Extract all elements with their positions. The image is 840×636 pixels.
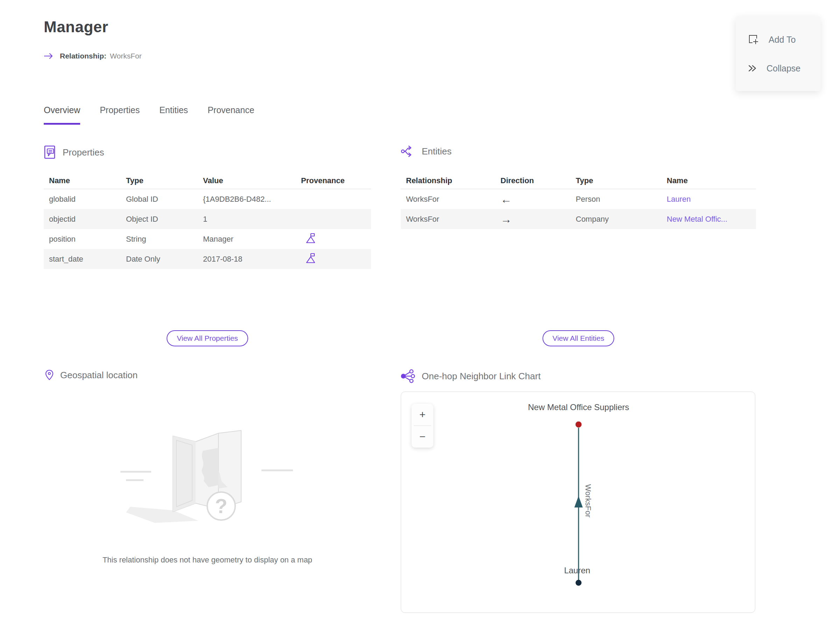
tab-properties[interactable]: Properties (100, 105, 140, 125)
link-chart-canvas[interactable]: WorksFor New Metal Office Suppliers Laur… (401, 392, 755, 613)
view-all-properties-button[interactable]: View All Properties (167, 330, 248, 346)
entity-type: Company (576, 215, 667, 224)
node-label-top: New Metal Office Suppliers (528, 402, 629, 412)
properties-table: Name Type Value Provenance globalid Glob… (44, 172, 371, 269)
prop-name: start_date (44, 255, 126, 264)
col-name: Name (667, 176, 756, 185)
question-mark-glyph: ? (215, 495, 227, 517)
add-to-label: Add To (769, 35, 796, 45)
prop-type: Date Only (126, 255, 203, 264)
page-title: Manager (44, 18, 108, 36)
link-chart-graph: WorksFor New Metal Office Suppliers Laur… (401, 392, 755, 612)
table-row: globalid Global ID {1A9DB2B6-D482... (44, 189, 371, 209)
double-chevron-right-icon (748, 63, 757, 73)
tab-overview[interactable]: Overview (44, 105, 80, 125)
properties-table-header: Name Type Value Provenance (44, 172, 371, 189)
collapse-label: Collapse (766, 63, 801, 74)
table-row: start_date Date Only 2017-08-18 (44, 249, 371, 269)
add-to-icon (748, 33, 759, 46)
tab-bar: Overview Properties Entities Provenance (44, 105, 254, 125)
link-chart-section-title: One-hop Neighbor Link Chart (422, 371, 541, 382)
col-provenance: Provenance (301, 176, 371, 185)
entity-type: Person (576, 195, 667, 204)
map-placeholder-illustration: ? (116, 419, 298, 528)
properties-section-header: Properties (44, 145, 104, 160)
entities-table: Relationship Direction Type Name WorksFo… (401, 172, 756, 229)
prop-value: 1 (203, 215, 301, 224)
share-network-icon (400, 369, 415, 383)
entity-relationship: WorksFor (401, 215, 501, 224)
col-value: Value (203, 176, 301, 185)
node-person[interactable] (576, 580, 582, 586)
direction-arrow-icon: ← (501, 194, 576, 205)
col-type: Type (576, 176, 667, 185)
geospatial-empty-message: This relationship does not have geometry… (44, 555, 371, 565)
entity-name-link[interactable]: Lauren (667, 195, 756, 204)
actions-panel: Add To Collapse (736, 16, 820, 91)
zoom-in-button[interactable]: + (412, 404, 433, 426)
prop-value: {1A9DB2B6-D482... (203, 195, 301, 204)
collapse-button[interactable]: Collapse (748, 63, 820, 74)
node-label-bottom: Lauren (564, 566, 591, 575)
edge-arrowhead (574, 496, 583, 508)
col-type: Type (126, 176, 203, 185)
direction-arrow-icon: → (501, 214, 576, 225)
zoom-out-button[interactable]: − (412, 426, 433, 448)
subtitle-value: WorksFor (110, 52, 142, 60)
edge-label: WorksFor (584, 484, 592, 517)
provenance-flag-icon[interactable] (301, 233, 371, 246)
geospatial-section-title: Geospatial location (60, 370, 137, 381)
subtitle-label: Relationship: (60, 52, 106, 60)
relationship-arrow-icon (44, 52, 54, 60)
relationship-detail-page: Manager Relationship: WorksFor Add To Co… (0, 0, 840, 636)
properties-section-title: Properties (63, 147, 104, 158)
entity-name-link[interactable]: New Metal Offic... (667, 215, 756, 224)
prop-name: position (44, 235, 126, 244)
prop-value: 2017-08-18 (203, 255, 301, 264)
entity-relationship: WorksFor (401, 195, 501, 204)
col-name: Name (44, 176, 126, 185)
entities-table-header: Relationship Direction Type Name (401, 172, 756, 189)
table-row: position String Manager (44, 229, 371, 249)
table-row: objectid Object ID 1 (44, 209, 371, 229)
geospatial-section-header: Geospatial location (45, 369, 137, 381)
entities-icon (401, 145, 415, 158)
prop-type: Object ID (126, 215, 203, 224)
prop-name: objectid (44, 215, 126, 224)
node-company[interactable] (575, 421, 582, 428)
provenance-flag-icon[interactable] (301, 253, 371, 266)
table-row: WorksFor ← Person Lauren (401, 189, 756, 209)
tab-entities[interactable]: Entities (159, 105, 188, 125)
breadcrumb: Relationship: WorksFor (44, 52, 142, 60)
table-row: WorksFor → Company New Metal Offic... (401, 209, 756, 229)
map-pin-icon (45, 369, 54, 381)
prop-type: Global ID (126, 195, 203, 204)
prop-type: String (126, 235, 203, 244)
view-all-entities-button[interactable]: View All Entities (543, 330, 614, 346)
tab-provenance[interactable]: Provenance (208, 105, 254, 125)
link-chart-section-header: One-hop Neighbor Link Chart (400, 369, 541, 383)
prop-name: globalid (44, 195, 126, 204)
zoom-controls: + − (412, 404, 433, 448)
col-direction: Direction (501, 176, 576, 185)
prop-value: Manager (203, 235, 301, 244)
col-relationship: Relationship (401, 176, 501, 185)
add-to-button[interactable]: Add To (748, 33, 820, 46)
entities-section-header: Entities (401, 145, 452, 158)
properties-icon (44, 145, 56, 160)
entities-section-title: Entities (422, 146, 452, 157)
